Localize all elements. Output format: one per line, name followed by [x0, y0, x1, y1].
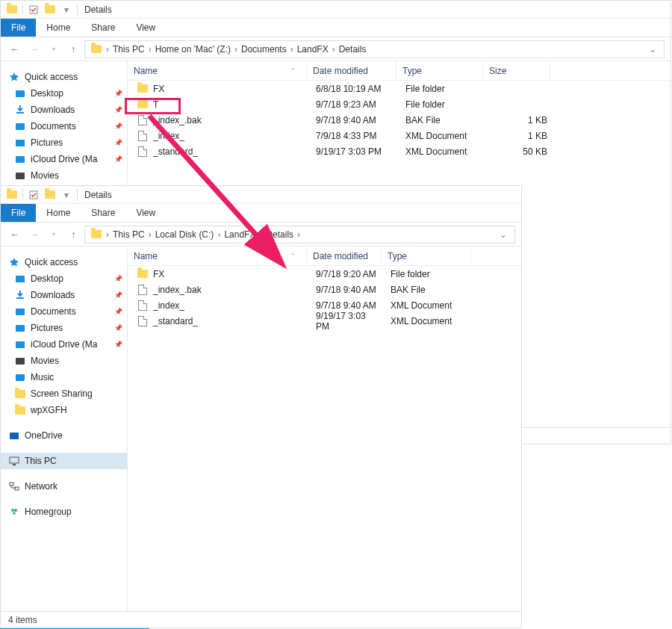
file-date: 6/8/18 10:19 AM — [310, 84, 399, 94]
title-bar[interactable]: ▾ Details — [1, 1, 671, 19]
list-row[interactable]: _index_.bak9/7/18 9:40 AMBAK File — [128, 282, 521, 297]
chevron-right-icon[interactable]: › — [289, 44, 295, 55]
breadcrumb-segment[interactable]: LandFX — [295, 44, 331, 55]
file-date: 9/7/18 9:23 AM — [310, 99, 399, 110]
breadcrumb-segment[interactable]: Home on 'Mac' (Z:) — [153, 44, 233, 55]
sidebar-item[interactable]: iCloud Drive (Ma📌 — [1, 336, 127, 353]
breadcrumb-segment[interactable]: Local Disk (C:) — [153, 229, 217, 240]
list-row[interactable]: _standard_9/19/17 3:03 PMXML Document — [128, 313, 521, 329]
qat-properties-icon[interactable] — [27, 188, 40, 202]
column-name[interactable]: Name⌃ — [128, 247, 307, 265]
chevron-right-icon[interactable]: › — [147, 229, 153, 240]
tab-share[interactable]: Share — [81, 19, 125, 37]
sidebar-item[interactable]: Pictures📌 — [1, 320, 127, 336]
back-button[interactable]: ← — [7, 41, 23, 58]
sidebar-quick-access[interactable]: Quick access — [1, 69, 127, 85]
list-row[interactable]: _standard_9/19/17 3:03 PMXML Document50 … — [128, 143, 671, 159]
sidebar-item[interactable]: Documents📌 — [1, 118, 127, 134]
list-row[interactable]: FX9/7/18 9:20 AMFile folder — [128, 266, 521, 282]
column-type[interactable]: Type — [382, 247, 471, 265]
breadcrumb-segment[interactable]: This PC — [111, 44, 147, 55]
column-name[interactable]: Name⌃ — [128, 61, 307, 80]
address-dropdown[interactable]: ⌄ — [644, 44, 661, 55]
file-name: FX — [153, 269, 164, 279]
qat-new-icon[interactable] — [43, 3, 57, 16]
forward-button[interactable]: → — [26, 226, 43, 243]
sidebar-quick-access[interactable]: Quick access — [1, 254, 127, 270]
column-date[interactable]: Date modified — [307, 247, 382, 265]
chevron-right-icon[interactable]: › — [296, 229, 302, 240]
up-button[interactable]: ↑ — [65, 226, 81, 243]
up-button[interactable]: ↑ — [65, 41, 81, 58]
sidebar-item[interactable]: Desktop📌 — [1, 270, 127, 287]
forward-button[interactable]: → — [26, 41, 43, 58]
tab-file[interactable]: File — [1, 204, 36, 222]
chevron-right-icon[interactable]: › — [233, 44, 239, 55]
sidebar-item[interactable]: Downloads📌 — [1, 102, 127, 118]
breadcrumb-segment[interactable]: Documents — [239, 44, 289, 55]
file-date: 9/7/18 9:40 AM — [310, 300, 385, 311]
qat-dropdown-icon[interactable]: ▾ — [60, 3, 73, 16]
address-bar[interactable]: › This PC › Home on 'Mac' (Z:) › Documen… — [84, 40, 665, 58]
sidebar-onedrive[interactable]: OneDrive — [1, 427, 127, 444]
qat-new-icon[interactable] — [43, 188, 57, 202]
svg-rect-3 — [16, 140, 25, 146]
pin-icon: 📌 — [114, 308, 122, 315]
chevron-right-icon[interactable]: › — [147, 44, 153, 55]
qat-properties-icon[interactable] — [27, 3, 40, 16]
chevron-right-icon[interactable]: › — [216, 229, 222, 240]
file-type: File folder — [399, 84, 486, 94]
sidebar-item[interactable]: Documents📌 — [1, 303, 127, 320]
breadcrumb-segment[interactable]: LandFX — [222, 229, 258, 240]
breadcrumb-segment[interactable]: This PC — [111, 229, 147, 240]
sidebar-item[interactable]: wpXGFH — [1, 402, 127, 418]
chevron-right-icon[interactable]: › — [105, 44, 111, 55]
chevron-right-icon[interactable]: › — [331, 44, 337, 55]
sidebar-this-pc[interactable]: This PC — [1, 453, 127, 469]
address-bar[interactable]: › This PC › Local Disk (C:) › LandFX › D… — [84, 226, 515, 244]
list-row[interactable]: T9/7/18 9:23 AMFile folder — [128, 96, 671, 112]
tab-home[interactable]: Home — [36, 204, 81, 222]
address-dropdown[interactable]: ⌄ — [495, 229, 511, 240]
sidebar-item[interactable]: Music — [1, 369, 127, 385]
column-date[interactable]: Date modified — [307, 61, 396, 80]
star-icon — [8, 71, 20, 83]
file-type: XML Document — [385, 300, 474, 311]
documents-icon — [14, 306, 26, 317]
pin-icon: 📌 — [114, 155, 122, 163]
list-row[interactable]: _index_7/9/18 4:33 PMXML Document1 KB — [128, 128, 671, 143]
tab-share[interactable]: Share — [81, 204, 125, 222]
nav-bar: ← → ▾ ↑ › This PC › Local Disk (C:) › La… — [1, 223, 521, 247]
sidebar-item[interactable]: Pictures📌 — [1, 134, 127, 151]
folder-icon — [137, 99, 149, 111]
sidebar-item[interactable]: Screen Sharing — [1, 385, 127, 402]
tab-file[interactable]: File — [1, 19, 36, 37]
chevron-right-icon[interactable]: › — [105, 229, 111, 240]
title-bar[interactable]: ▾ Details — [1, 186, 521, 204]
sidebar-network[interactable]: Network — [1, 478, 127, 495]
svg-rect-22 — [10, 433, 19, 439]
sidebar-item[interactable]: Desktop📌 — [1, 85, 127, 102]
chevron-right-icon[interactable]: › — [258, 229, 264, 240]
sidebar-item[interactable]: iCloud Drive (Ma📌 — [1, 151, 127, 167]
tab-view[interactable]: View — [125, 19, 166, 37]
homegroup-icon — [8, 506, 20, 518]
tab-home[interactable]: Home — [36, 19, 81, 37]
svg-rect-23 — [10, 457, 19, 463]
sidebar-homegroup[interactable]: Homegroup — [1, 503, 127, 520]
file-icon — [137, 284, 149, 296]
breadcrumb-segment[interactable]: Details — [337, 44, 369, 55]
list-row[interactable]: _index_.bak9/7/18 9:40 AMBAK File1 KB — [128, 112, 671, 128]
recent-dropdown[interactable]: ▾ — [46, 226, 62, 243]
qat-dropdown-icon[interactable]: ▾ — [60, 188, 73, 202]
recent-dropdown[interactable]: ▾ — [46, 41, 62, 58]
sidebar-item[interactable]: Downloads📌 — [1, 287, 127, 303]
tab-view[interactable]: View — [125, 204, 166, 222]
column-type[interactable]: Type — [396, 61, 483, 80]
back-button[interactable]: ← — [7, 226, 23, 243]
breadcrumb-segment[interactable]: Details — [264, 229, 296, 240]
sidebar-item[interactable]: Movies — [1, 353, 127, 369]
sidebar-item[interactable]: Movies — [1, 167, 127, 184]
column-size[interactable]: Size — [483, 61, 550, 80]
list-row[interactable]: FX6/8/18 10:19 AMFile folder — [128, 81, 671, 96]
